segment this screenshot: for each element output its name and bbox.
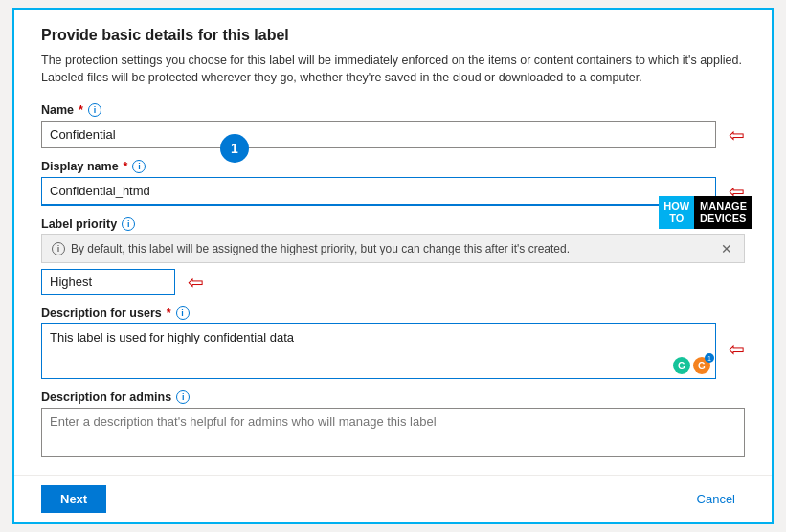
description-users-info-icon[interactable]: i — [176, 306, 190, 320]
display-name-label: Display name * i — [41, 160, 745, 173]
priority-notice-text: By default, this label will be assigned … — [71, 242, 570, 255]
name-info-icon[interactable]: i — [88, 103, 101, 117]
display-name-field-group: Display name * i ⇦ — [41, 160, 745, 206]
name-required: * — [79, 103, 83, 117]
description-users-label: Description for users * i — [41, 306, 745, 320]
priority-input[interactable] — [41, 269, 175, 295]
name-label: Name * i — [41, 103, 745, 117]
grammarly-orange-wrapper: G 1 — [693, 357, 710, 374]
intro-text: The protection settings you choose for t… — [41, 52, 745, 86]
display-name-input[interactable] — [41, 177, 716, 206]
description-users-label-text: Description for users — [41, 306, 162, 320]
name-field-group: Name * i ⇦ — [41, 103, 745, 148]
description-admins-label-text: Description for admins — [41, 390, 171, 404]
label-priority-field-group: Label priority i i By default, this labe… — [41, 217, 745, 295]
next-button[interactable]: Next — [41, 485, 106, 513]
priority-notice-close[interactable]: ✕ — [719, 241, 734, 256]
description-admins-textarea[interactable] — [41, 408, 745, 457]
display-name-input-row: ⇦ — [41, 177, 745, 206]
description-users-required: * — [167, 306, 171, 320]
footer: Next Cancel — [14, 475, 772, 522]
label-priority-info-icon[interactable]: i — [122, 217, 135, 231]
watermark-how-to: HOWTO — [659, 196, 694, 229]
description-users-field-group: Description for users * i This label is … — [41, 306, 745, 379]
description-admins-field-group: Description for admins i — [41, 390, 745, 457]
name-input-row: ⇦ — [41, 121, 745, 148]
name-input[interactable] — [41, 121, 716, 148]
watermark: HOWTO MANAGEDEVICES — [659, 196, 752, 229]
name-arrow: ⇦ — [729, 123, 745, 146]
priority-notice-left: i By default, this label will be assigne… — [52, 242, 570, 255]
grammarly-green-icon: G — [673, 357, 690, 374]
description-users-textarea[interactable]: This label is used for highly confidenti… — [41, 323, 716, 379]
display-name-label-text: Display name — [41, 160, 119, 173]
description-admins-info-icon[interactable]: i — [176, 390, 190, 404]
cancel-button[interactable]: Cancel — [687, 485, 745, 513]
priority-arrow: ⇦ — [188, 271, 204, 294]
display-name-required: * — [124, 160, 128, 173]
description-admins-label: Description for admins i — [41, 390, 745, 404]
priority-input-row: ⇦ — [41, 269, 745, 295]
page-title: Provide basic details for this label — [41, 27, 745, 44]
description-users-input-row: This label is used for highly confidenti… — [41, 323, 745, 379]
notice-info-icon: i — [52, 242, 65, 255]
description-users-arrow: ⇦ — [729, 338, 745, 361]
name-label-text: Name — [41, 103, 74, 117]
label-priority-label-text: Label priority — [41, 217, 117, 231]
textarea-icons: G G 1 — [673, 357, 710, 374]
watermark-manage-devices: MANAGEDEVICES — [694, 196, 752, 229]
priority-notice-banner: i By default, this label will be assigne… — [41, 234, 745, 263]
label-priority-label: Label priority i — [41, 217, 745, 231]
description-users-textarea-wrapper: This label is used for highly confidenti… — [41, 323, 716, 379]
display-name-info-icon[interactable]: i — [132, 160, 146, 173]
step-circle: 1 — [220, 134, 249, 163]
